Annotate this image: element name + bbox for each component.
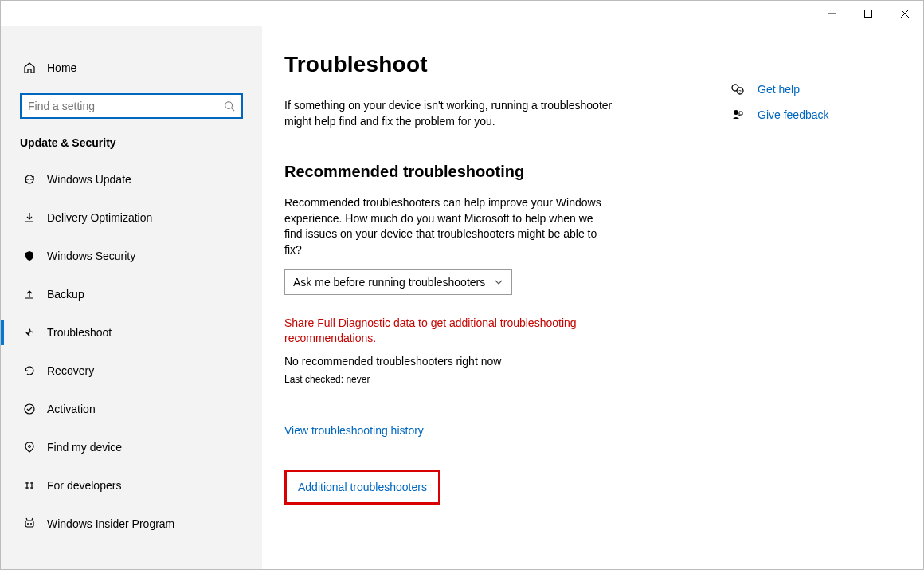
sidebar-item-label: Windows Insider Program bbox=[47, 517, 174, 530]
status-text: No recommended troubleshooters right now bbox=[284, 355, 683, 368]
give-feedback-link[interactable]: Give feedback bbox=[730, 108, 890, 122]
additional-troubleshooters-link[interactable]: Additional troubleshooters bbox=[298, 481, 427, 493]
sidebar-item-label: Windows Update bbox=[47, 173, 131, 186]
intro-text: If something on your device isn't workin… bbox=[284, 98, 619, 129]
sidebar-item-backup[interactable]: Backup bbox=[1, 275, 262, 313]
diagnostic-warning: Share Full Diagnostic data to get additi… bbox=[284, 316, 587, 347]
sidebar-item-label: Troubleshoot bbox=[47, 326, 112, 339]
additional-troubleshooters-highlight: Additional troubleshooters bbox=[284, 470, 440, 505]
give-feedback-label: Give feedback bbox=[758, 108, 829, 121]
search-input[interactable] bbox=[28, 100, 224, 112]
sidebar-item-activation[interactable]: Activation bbox=[1, 390, 262, 428]
developer-icon bbox=[23, 479, 47, 492]
last-checked-text: Last checked: never bbox=[284, 374, 683, 385]
sidebar-item-label: Find my device bbox=[47, 441, 122, 454]
svg-point-10 bbox=[27, 523, 29, 525]
sidebar-item-label: Activation bbox=[47, 403, 96, 415]
search-input-container[interactable] bbox=[20, 93, 243, 119]
troubleshooter-preference-dropdown[interactable]: Ask me before running troubleshooters bbox=[284, 269, 512, 295]
wrench-icon bbox=[23, 326, 47, 339]
svg-point-5 bbox=[225, 102, 233, 109]
section-description: Recommended troubleshooters can help imp… bbox=[284, 195, 611, 257]
svg-line-6 bbox=[232, 108, 235, 112]
sidebar-item-label: Windows Security bbox=[47, 250, 135, 262]
sidebar-item-for-developers[interactable]: For developers bbox=[1, 466, 262, 505]
sidebar-item-label: Backup bbox=[47, 288, 84, 301]
svg-rect-9 bbox=[25, 521, 33, 527]
sidebar-item-windows-insider[interactable]: Windows Insider Program bbox=[1, 505, 262, 543]
sync-icon bbox=[23, 173, 47, 186]
svg-point-11 bbox=[30, 523, 32, 525]
insider-icon bbox=[23, 517, 47, 530]
search-icon bbox=[224, 100, 235, 112]
minimize-button[interactable] bbox=[813, 1, 850, 26]
backup-icon bbox=[23, 288, 47, 301]
sidebar-item-label: For developers bbox=[47, 479, 121, 492]
sidebar-home-label: Home bbox=[47, 61, 76, 74]
checkmark-circle-icon bbox=[23, 403, 47, 415]
sidebar-item-windows-security[interactable]: Windows Security bbox=[1, 237, 262, 275]
get-help-label: Get help bbox=[758, 83, 800, 96]
section-title: Recommended troubleshooting bbox=[284, 163, 683, 181]
sidebar-item-windows-update[interactable]: Windows Update bbox=[1, 160, 262, 199]
location-icon bbox=[23, 441, 47, 454]
sidebar-item-find-my-device[interactable]: Find my device bbox=[1, 428, 262, 466]
page-title: Troubleshoot bbox=[284, 52, 683, 77]
close-button[interactable] bbox=[887, 1, 923, 26]
svg-point-8 bbox=[29, 446, 31, 448]
get-help-link[interactable]: ? Get help bbox=[730, 82, 890, 96]
shield-icon bbox=[23, 250, 47, 262]
help-icon: ? bbox=[730, 82, 745, 96]
chevron-down-icon bbox=[494, 277, 503, 287]
sidebar-home[interactable]: Home bbox=[1, 52, 262, 84]
svg-point-7 bbox=[25, 404, 34, 414]
home-icon bbox=[23, 61, 47, 74]
dropdown-value: Ask me before running troubleshooters bbox=[293, 276, 485, 289]
svg-point-15 bbox=[734, 110, 738, 115]
sidebar-item-recovery[interactable]: Recovery bbox=[1, 352, 262, 390]
sidebar-item-label: Delivery Optimization bbox=[47, 211, 152, 224]
download-icon bbox=[23, 211, 47, 224]
maximize-button[interactable] bbox=[850, 1, 887, 26]
recovery-icon bbox=[23, 364, 47, 377]
view-history-link[interactable]: View troubleshooting history bbox=[284, 424, 424, 437]
feedback-icon bbox=[730, 108, 745, 122]
svg-rect-1 bbox=[865, 10, 872, 18]
sidebar-category-title: Update & Security bbox=[1, 130, 262, 160]
sidebar-item-delivery-optimization[interactable]: Delivery Optimization bbox=[1, 199, 262, 237]
sidebar-item-troubleshoot[interactable]: Troubleshoot bbox=[1, 313, 262, 352]
sidebar-item-label: Recovery bbox=[47, 364, 94, 377]
